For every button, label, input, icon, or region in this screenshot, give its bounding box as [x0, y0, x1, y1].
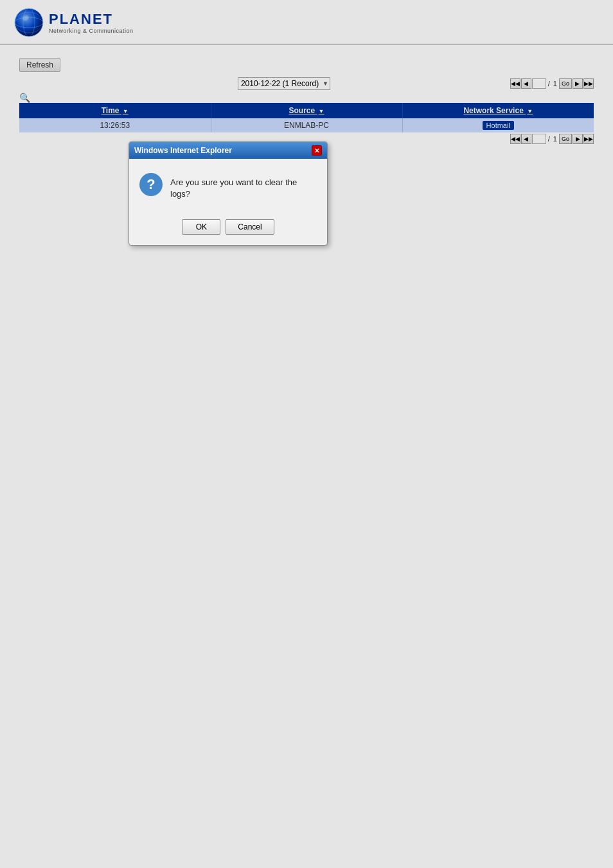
dialog-title: Windows Internet Explorer [134, 146, 232, 155]
dialog-titlebar: Windows Internet Explorer ✕ [129, 142, 327, 157]
dialog-close-button[interactable]: ✕ [312, 145, 322, 156]
dialog-overlay: Windows Internet Explorer ✕ ? Are you su… [0, 0, 613, 157]
dialog-box: Windows Internet Explorer ✕ ? Are you su… [129, 141, 328, 157]
